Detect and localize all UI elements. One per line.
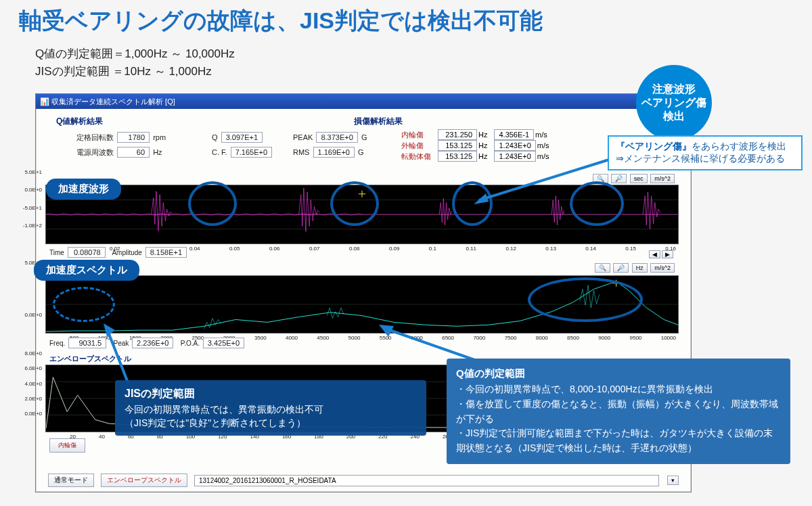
anno-circle xyxy=(188,181,237,226)
spec-readout: Freq. 9031.5 Peak 2.236E+0 P.O.A. 3.425E… xyxy=(49,338,246,348)
param-rated-rpm: 定格回転数 1780 rpm xyxy=(76,132,171,143)
callout-text: ⇒メンテナンス候補に挙げる必要がある xyxy=(616,153,785,164)
param-power-freq: 電源周波数 60 Hz xyxy=(76,147,168,158)
unit-msa-button[interactable]: m/s^2 xyxy=(650,263,675,273)
rated-rpm-value: 1780 xyxy=(117,132,150,143)
window-titlebar[interactable]: 📊 収集済データ連続スペクトル解析 [Q] × xyxy=(36,94,691,109)
jis-note-title: JISの判定範囲 xyxy=(125,386,417,401)
cf-value: 7.165E+0 xyxy=(231,147,272,158)
label-spectrum: 加速度スペクトル xyxy=(34,260,139,281)
jis-note-box: JISの判定範囲 今回の初期異常時点では、異常振動の検出不可 （JIS判定では"… xyxy=(115,380,426,436)
tab-normal-mode[interactable]: 通常モード xyxy=(48,474,94,487)
wave-nav: ◀▶ xyxy=(648,247,673,259)
prev-button[interactable]: ◀ xyxy=(649,250,660,258)
rms-value: 1.169E+0 xyxy=(313,147,355,158)
jis-note-line: 今回の初期異常時点では、異常振動の検出不可 xyxy=(125,402,417,416)
wave-y-ticks: 5.0E+10.0E+0-5.0E+1-1.0E+2 xyxy=(12,169,42,229)
jis-note-line: （JIS判定では"良好"と判断されてしまう） xyxy=(125,416,417,430)
svg-marker-1 xyxy=(474,193,489,204)
badge-line: 検出 xyxy=(636,110,712,123)
time-value: 0.08078 xyxy=(68,247,106,258)
damage-outer: 外輪傷153.125Hz1.243E+0m/s xyxy=(401,140,555,151)
callout-strong: 『ベアリング傷』 xyxy=(616,141,692,152)
tab-envelope[interactable]: エンベロープスペクトル xyxy=(101,474,187,487)
arrow xyxy=(474,160,616,210)
power-freq-value: 60 xyxy=(117,147,150,158)
callout-text: をあらわす波形を検出 xyxy=(692,141,786,152)
next-button[interactable]: ▶ xyxy=(662,250,673,258)
unit-sec-button[interactable]: sec xyxy=(630,174,648,183)
env-y-ticks: 8.0E+06.0E+04.0E+02.0E+00.0E+0 xyxy=(12,350,42,417)
q-note-bullet: ・JIS判定で計測可能な範囲まで下がった時は、ガタツキが大きく設備の末期状態とな… xyxy=(456,426,781,455)
label-waveform: 加速度波形 xyxy=(46,179,121,200)
header-q-result: Q値解析結果 xyxy=(56,116,103,127)
svg-marker-5 xyxy=(104,323,115,337)
q-note-bullet: ・傷を放置して重度の傷となると、振動（振幅）が大きくなり、周波数帯域が下がる xyxy=(456,397,781,426)
spec-unit-buttons: 🔍 🔎 Hz m/s^2 xyxy=(593,263,675,273)
subtitle-jis-range: JISの判定範囲 ＝10Hz ～ 1,000Hz xyxy=(35,64,212,79)
page-title: 軸受ベアリングの故障は、JIS判定では検出不可能 xyxy=(19,5,543,37)
zoom-out-icon[interactable]: 🔎 xyxy=(613,263,629,273)
callout-bearing-flaw: 『ベアリング傷』をあらわす波形を検出 ⇒メンテナンス候補に挙げる必要がある xyxy=(608,135,803,170)
badge-line: ベアリング傷 xyxy=(636,96,712,110)
anno-dashed-oval xyxy=(53,287,115,322)
q-note-bullet: ・今回の初期異常時点で、8,000-10,000Hzに異常振動を検出 xyxy=(456,382,781,397)
attention-badge: 注意波形 ベアリング傷 検出 xyxy=(636,65,712,141)
q-note-box: Q値の判定範囲 ・今回の初期異常時点で、8,000-10,000Hzに異常振動を… xyxy=(447,359,790,464)
unit-hz-button[interactable]: Hz xyxy=(632,263,648,273)
amplitude-value: 8.158E+1 xyxy=(145,247,187,258)
poa-value: 3.425E+0 xyxy=(203,338,244,348)
header-damage-result: 損傷解析結果 xyxy=(354,116,403,127)
window-title-text: 収集済データ連続スペクトル解析 [Q] xyxy=(51,97,175,106)
status-bar: 通常モード エンベロープスペクトル 13124002_2016121306000… xyxy=(48,473,679,488)
svg-line-0 xyxy=(479,160,609,200)
zoom-in-icon[interactable]: 🔍 xyxy=(595,263,610,273)
anno-solid-oval xyxy=(528,277,643,322)
peak-value: 8.373E+0 xyxy=(316,132,357,143)
anno-circle xyxy=(330,181,379,226)
wave-readout: Time 0.08078 Amplitude 8.158E+1 xyxy=(49,247,188,258)
subtitle-q-range: Q値の判定範囲＝1,000Hz ～ 10,000Hz xyxy=(35,46,235,62)
svg-line-4 xyxy=(107,329,129,384)
filename-field: 13124002_20161213060001_R_HOSEIDATA xyxy=(194,475,659,486)
unit-msa-button[interactable]: m/s^2 xyxy=(650,174,675,183)
env-inner-button[interactable]: 内輪傷 xyxy=(49,438,85,453)
q-value: 3.097E+1 xyxy=(221,132,263,143)
q-note-title: Q値の判定範囲 xyxy=(456,365,781,381)
badge-line: 注意波形 xyxy=(636,83,712,96)
damage-inner: 内輪傷231.250Hz4.356E-1m/s xyxy=(401,129,553,140)
file-menu-icon[interactable]: ▾ xyxy=(667,476,679,485)
freq-value: 9031.5 xyxy=(68,338,106,348)
